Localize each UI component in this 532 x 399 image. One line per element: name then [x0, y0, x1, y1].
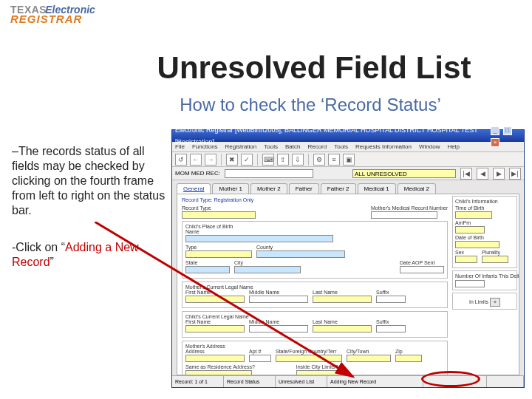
menu-item[interactable]: Functions [192, 143, 218, 150]
state-lbl: State [185, 260, 230, 265]
window-title: Electronic Registrar [WebBirth2005], BAL… [175, 124, 489, 148]
tab-mother2[interactable]: Mother 2 [250, 183, 287, 194]
close-button[interactable]: × [491, 138, 499, 147]
window-buttons: _ □ × [489, 124, 521, 148]
tab-father[interactable]: Father [289, 183, 319, 194]
addr-field[interactable] [185, 355, 245, 362]
name-field[interactable] [185, 235, 333, 242]
toolbar-icon[interactable]: ⚙ [313, 154, 325, 166]
mothers-med-rec-lbl: Mother's Medical Record Number [371, 205, 448, 211]
apt-field[interactable] [249, 355, 271, 362]
cmiddle-field[interactable] [249, 325, 308, 332]
numchildren-field[interactable] [455, 280, 485, 287]
toolbar-icon[interactable]: ≡ [328, 154, 340, 166]
menu-item[interactable]: Registration [225, 143, 257, 150]
tab-mother1[interactable]: Mother 1 [212, 183, 249, 194]
menu-item[interactable]: Window [419, 143, 440, 150]
type-lbl: Type [185, 245, 252, 250]
filter-dropdown[interactable]: ALL UNRESOLVED [352, 169, 456, 178]
toolbar-icon[interactable]: ↺ [175, 154, 187, 166]
status-cell-3[interactable]: Unresolved List [276, 376, 327, 387]
statefc-field[interactable] [276, 355, 342, 362]
tab-medical2[interactable]: Medical 2 [398, 183, 436, 194]
city-field[interactable] [234, 266, 301, 273]
menu-item[interactable]: Tools [264, 143, 278, 150]
last-lbl: Last Name [313, 290, 372, 295]
first-field[interactable] [185, 296, 245, 303]
toolbar-icon[interactable]: ⌨ [262, 154, 274, 166]
minimize-button[interactable]: _ [491, 126, 499, 135]
citytown-field[interactable] [347, 355, 391, 362]
last-field[interactable] [313, 296, 372, 303]
cfirst-field[interactable] [185, 325, 245, 332]
nav-last-icon[interactable]: ▶| [509, 168, 521, 180]
toolbar-separator [308, 154, 309, 166]
dob-field[interactable] [455, 241, 499, 248]
nav-first-icon[interactable]: |◀ [460, 168, 472, 180]
status-cell-2[interactable]: Record Status [224, 376, 276, 387]
window-titlebar: Electronic Registrar [WebBirth2005], BAL… [172, 130, 524, 142]
toolbar: ↺ ← → ✖ ✓ ⌨ ⇧ ⇩ ⚙ ≡ ▣ [172, 152, 524, 167]
menu-item[interactable]: Record [307, 143, 327, 150]
ampm-field[interactable] [455, 226, 485, 233]
menu-item[interactable]: Help [447, 143, 459, 150]
menu-item[interactable]: Tools [334, 143, 348, 150]
statefc-lbl: State/Foreign Country/Terr [276, 349, 342, 354]
tab-father2[interactable]: Father 2 [321, 183, 356, 194]
status-cell-4-adding-new-record[interactable]: Adding New Record [327, 376, 423, 387]
menu-item[interactable]: Batch [285, 143, 300, 150]
right-panel: Child's Information Time of Birth AmPm D… [452, 196, 517, 310]
toolbar-icon[interactable]: ← [190, 154, 202, 166]
sameres-field[interactable] [185, 370, 252, 375]
timebirth-field[interactable] [455, 211, 492, 219]
mom-med-rec-field[interactable] [225, 169, 313, 178]
csuffix-field[interactable] [376, 325, 406, 332]
toolbar-icon[interactable]: ✖ [226, 154, 238, 166]
inside-field[interactable] [296, 370, 341, 375]
sameres-lbl: Same as Residence Address? [185, 364, 255, 369]
instruction-para-1: –The records status of all fields may be… [12, 144, 167, 218]
sex-field[interactable] [455, 256, 477, 263]
mothers-addr-lbl: Mother's Address [185, 344, 225, 349]
record-type-lbl: Record Type [182, 205, 256, 211]
tab-medical1[interactable]: Medical 1 [358, 183, 396, 194]
county-field[interactable] [256, 250, 345, 258]
inlimits-lbl: In Limits [469, 299, 488, 304]
dateacp-field[interactable] [400, 266, 444, 273]
state-field[interactable] [185, 266, 230, 273]
first-lbl: First Name [185, 290, 245, 295]
apt-lbl: Apt # [249, 349, 271, 354]
menu-item[interactable]: File [175, 143, 185, 150]
toolbar-icon[interactable]: ▣ [343, 154, 355, 166]
toolbar-icon[interactable]: ⇧ [277, 154, 289, 166]
cfirst-lbl: First Name [185, 319, 245, 324]
maximize-button[interactable]: □ [503, 126, 512, 135]
plurality-field[interactable] [482, 256, 508, 263]
toolbar-icon[interactable]: ✓ [241, 154, 253, 166]
toolbar-icon[interactable]: ⇩ [292, 154, 304, 166]
status-bar: Record: 1 of 1 Record Status Unresolved … [172, 375, 524, 387]
plurality-lbl: Plurality [482, 250, 508, 255]
sex-lbl: Sex [455, 250, 477, 255]
clast-field[interactable] [313, 325, 372, 332]
status-cell-1[interactable]: Record: 1 of 1 [172, 376, 224, 387]
record-bar: MOM MED REC: ALL UNRESOLVED |◀ ◀ ▶ ▶| [172, 167, 524, 180]
nav-next-icon[interactable]: ▶ [493, 168, 505, 180]
city-lbl: City [234, 260, 301, 265]
clast-lbl: Last Name [313, 319, 372, 324]
zip-field[interactable] [395, 355, 422, 362]
menu-item[interactable]: Requests Information [355, 143, 412, 150]
cmiddle-lbl: Middle Name [249, 319, 308, 324]
childinfo-lbl: Child's Information [455, 199, 498, 204]
mothers-med-rec-field[interactable] [371, 211, 437, 219]
record-type-field[interactable] [182, 211, 256, 219]
nav-prev-icon[interactable]: ◀ [477, 168, 488, 180]
toolbar-icon[interactable]: → [205, 154, 216, 166]
inlimits-button[interactable]: ⌖ [490, 298, 500, 307]
type-field[interactable] [185, 250, 252, 258]
status-cell-6 [487, 376, 524, 387]
tab-general[interactable]: General [177, 183, 211, 194]
mom-med-rec-label: MOM MED REC: [175, 170, 220, 177]
middle-field[interactable] [249, 296, 308, 303]
suffix-field[interactable] [376, 296, 406, 303]
